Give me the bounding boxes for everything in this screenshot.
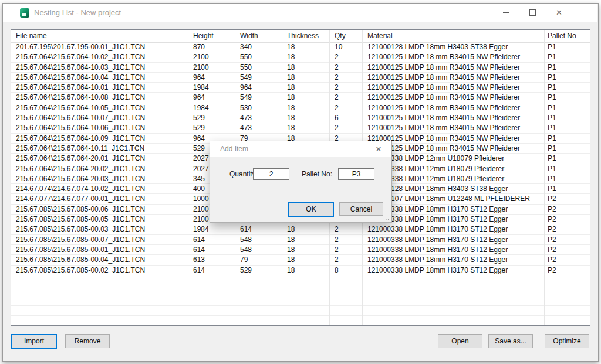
table-cell: P1 (544, 83, 580, 93)
import-button[interactable]: Import (11, 334, 57, 349)
table-cell: P1 (544, 52, 580, 62)
table-row[interactable]: 215.67.064\215.67.064-10.04_J1C1.TCN9645… (11, 73, 590, 83)
table-row[interactable]: 215.67.064\215.67.064-10.01_J1C1.TCN1984… (11, 83, 590, 93)
optimize-button[interactable]: Optimize (545, 334, 589, 348)
table-cell: P1 (544, 113, 580, 123)
cancel-button[interactable]: Cancel (339, 202, 383, 216)
table-cell: 548 (235, 235, 282, 245)
table-cell: P1 (544, 154, 580, 164)
table-row[interactable]: 215.67.064\215.67.064-10.05_J1C1.TCN1984… (11, 103, 590, 113)
table-cell: 2 (329, 245, 362, 255)
table-cell: P1 (544, 73, 580, 83)
table-cell: 215.67.064\215.67.064-10.04_J1C1.TCN (11, 73, 188, 83)
table-cell: 613 (188, 255, 235, 265)
column-divider (544, 30, 545, 325)
table-cell: 121000338 LMDP 18mm H3170 ST12 Egger (362, 235, 544, 245)
table-row[interactable]: 215.67.085\215.67.085-00.04_J1C1.TCN6137… (11, 255, 590, 265)
table-cell: 121000338 LMDP 18mm H3170 ST12 Egger (362, 224, 544, 234)
table-cell: 121000125 LMDP 18 mm R34015 NW Pfleidere… (362, 52, 544, 62)
app-icon[interactable] (20, 8, 29, 18)
table-row[interactable]: 215.67.064\215.67.064-10.06_J1C1.TCN5294… (11, 123, 590, 133)
table-cell: P1 (544, 164, 580, 174)
table-cell: 18 (282, 73, 329, 83)
table-cell: 2 (329, 63, 362, 73)
table-row[interactable]: 215.67.064\215.67.064-10.03_J1C1.TCN2100… (11, 63, 590, 73)
quantity-input[interactable] (253, 168, 289, 180)
table-row[interactable]: 201.67.195\201.67.195-00.01_J1C1.TCN8703… (11, 42, 590, 52)
table-cell: 121000125 LMDP 18 mm R34015 NW Pfleidere… (362, 93, 544, 103)
table-row[interactable]: 215.67.064\215.67.064-10.08_J1C1.TCN9645… (11, 93, 590, 103)
table-cell: 215.67.085\215.67.085-00.05_J1C1.TCN (11, 215, 188, 224)
table-cell: 964 (188, 73, 235, 83)
table-row[interactable]: 215.67.064\215.67.064-10.02_J1C1.TCN2100… (11, 52, 590, 62)
table-cell: 215.67.085\215.67.085-00.07_J1C1.TCN (11, 235, 188, 245)
ok-button[interactable]: OK (288, 202, 334, 217)
open-button[interactable]: Open (438, 334, 482, 348)
dialog-close-button[interactable]: ✕ (370, 141, 387, 157)
minimize-button[interactable] (493, 4, 519, 21)
maximize-button[interactable] (519, 4, 546, 21)
table-cell: P2 (544, 194, 580, 204)
table-cell: 215.67.064\215.67.064-10.07_J1C1.TCN (11, 113, 188, 123)
column-header-pallet-no[interactable]: Pallet No (544, 30, 580, 42)
table-cell: 614 (188, 245, 235, 255)
resize-grip[interactable] (385, 216, 390, 221)
column-header-material[interactable]: Material (362, 30, 544, 42)
table-cell: 121000125 LMDP 18 mm R34015 NW Pfleidere… (362, 73, 544, 83)
table-cell: 18 (282, 224, 329, 234)
table-cell: 614 (235, 224, 282, 234)
table-row[interactable]: 215.67.085\215.67.085-00.03_J1C1.TCN1984… (11, 224, 590, 234)
table-cell: 215.67.064\215.67.064-10.06_J1C1.TCN (11, 123, 188, 133)
table-cell: 18 (282, 52, 329, 62)
table-cell: P1 (544, 103, 580, 113)
column-divider (580, 30, 580, 325)
table-cell: P2 (544, 205, 580, 215)
pallet-no-input[interactable] (338, 168, 374, 180)
table-cell: 215.67.064\215.67.064-10.03_J1C1.TCN (11, 63, 188, 73)
table-cell: 201.67.195\201.67.195-00.01_J1C1.TCN (11, 42, 188, 52)
table-cell: 2100 (188, 63, 235, 73)
table-cell: P1 (544, 93, 580, 103)
table-cell: P2 (544, 224, 580, 234)
screen: Nesting List - New project ✕ File name H… (0, 0, 601, 364)
table-cell: 79 (235, 255, 282, 265)
table-row[interactable]: 215.67.085\215.67.085-00.07_J1C1.TCN6145… (11, 235, 590, 245)
table-cell: 18 (282, 266, 329, 275)
table-cell: P1 (544, 184, 580, 194)
save-as-button[interactable]: Save as... (488, 334, 533, 348)
table-cell: 215.67.064\215.67.064-10.08_J1C1.TCN (11, 93, 188, 103)
table-cell: 18 (282, 83, 329, 93)
column-header-width[interactable]: Width (235, 30, 282, 42)
table-cell: 548 (235, 245, 282, 255)
close-button[interactable]: ✕ (546, 4, 572, 21)
remove-button[interactable]: Remove (65, 334, 110, 348)
table-cell: 529 (188, 113, 235, 123)
table-cell: 2 (329, 93, 362, 103)
table-cell: 215.67.064\215.67.064-10.11_J1C1.TCN (11, 144, 188, 154)
table-cell: 214.67.074\214.67.074-10.02_J1C1.TCN (11, 184, 188, 194)
table-cell: 18 (282, 63, 329, 73)
window-title: Nesting List - New project (34, 4, 121, 22)
table-cell: 215.67.064\215.67.064-20.03_J1C1.TCN (11, 174, 188, 184)
table-cell: 6 (329, 113, 362, 123)
column-header-qty[interactable]: Qty (329, 30, 362, 42)
column-header-file-name[interactable]: File name (11, 30, 188, 42)
table-cell: 18 (282, 113, 329, 123)
table-row[interactable]: 215.67.085\215.67.085-00.01_J1C1.TCN6145… (11, 245, 590, 255)
table-cell: 529 (188, 123, 235, 133)
table-cell: 121000338 LMDP 18mm H3170 ST12 Egger (362, 255, 544, 265)
table-cell: 18 (282, 235, 329, 245)
table-cell: 2 (329, 103, 362, 113)
table-cell: P1 (544, 63, 580, 73)
table-cell: 473 (235, 123, 282, 133)
table-cell: 2 (329, 123, 362, 133)
column-header-thickness[interactable]: Thickness (282, 30, 329, 42)
table-row[interactable]: 215.67.085\215.67.085-00.02_J1C1.TCN6145… (11, 266, 590, 275)
column-header-height[interactable]: Height (188, 30, 235, 42)
table-cell: 964 (188, 93, 235, 103)
table-cell: 121000125 LMDP 18 mm R34015 NW Pfleidere… (362, 123, 544, 133)
column-divider (188, 30, 188, 325)
table-cell: 18 (282, 255, 329, 265)
table-row[interactable]: 215.67.064\215.67.064-10.07_J1C1.TCN5294… (11, 113, 590, 123)
table-cell: 549 (235, 73, 282, 83)
